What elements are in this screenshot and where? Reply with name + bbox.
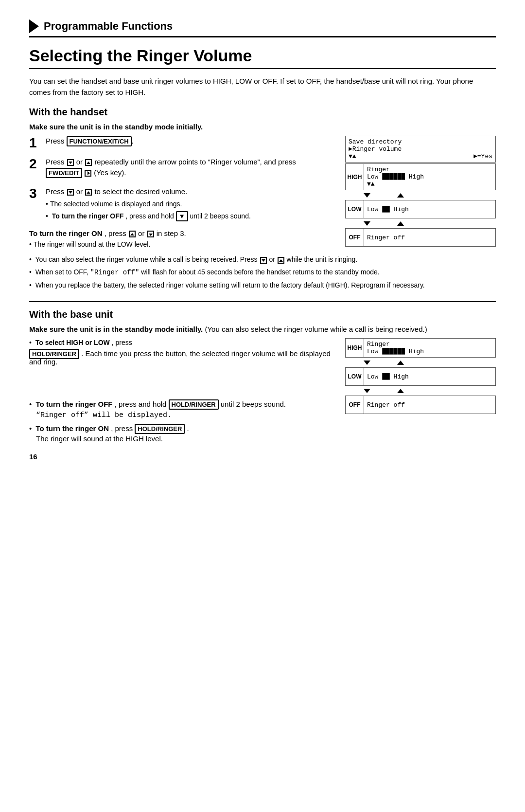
up-icon-b1 — [278, 257, 284, 264]
base-off-label: OFF — [346, 396, 364, 414]
on-para: To turn the ringer ON , press HOLD/RINGE… — [29, 424, 331, 433]
up-diag-arrow — [397, 193, 404, 198]
down-arrow-icon-3 — [147, 231, 154, 237]
base-high-line2: Low ██████ High — [367, 348, 492, 355]
base-low-segment: LOW Low ██ High — [345, 367, 496, 386]
high-line1: Ringer — [367, 166, 492, 173]
intro-text: You can set the handset and base unit ri… — [29, 76, 496, 98]
ringer-off-bold: To turn the ringer OFF — [52, 212, 124, 220]
diagram-header-yes: ►=Yes — [473, 153, 492, 160]
step-2: 2 Press or repeatedly until the arrow po… — [29, 157, 331, 180]
base-standby2: (You can also select the ringer volume w… — [205, 325, 427, 333]
off-bold: To turn the ringer OFF — [35, 400, 112, 408]
high-low-full: HOLD/RINGER . Each time you press the bu… — [29, 349, 331, 366]
on-bold: To turn the ringer ON — [35, 424, 109, 433]
down-diag-arrow — [364, 193, 370, 198]
page-title: Selecting the Ringer Volume — [29, 46, 496, 69]
high-low-para: To select HIGH or LOW , press — [29, 338, 331, 346]
up-arrow-icon-2 — [85, 189, 92, 196]
high-label: HIGH — [346, 164, 364, 190]
off-para: To turn the ringer OFF , press and hold … — [29, 400, 331, 408]
high-line2: Low ██████ High — [367, 173, 492, 180]
step3-desc: to select the desired volume. — [94, 187, 187, 196]
diagram-header-line2: ►Ringer volume — [349, 145, 492, 153]
down-diag-arrow2 — [364, 221, 370, 226]
high-low-rest: , press — [112, 339, 132, 346]
hold-ringer-btn2: HOLD/RINGER — [169, 399, 219, 410]
header-arrow-icon — [29, 19, 39, 33]
on-note: The ringer will sound at the HIGH level. — [36, 434, 331, 443]
header-bar: Programmable Functions — [29, 19, 496, 37]
base-low-line1: Low ██ High — [367, 373, 492, 380]
hold-ringer-btn3: HOLD/RINGER — [135, 424, 185, 434]
step2-yes: (Yes key). — [94, 168, 126, 177]
turn-on-rest: , press — [105, 229, 126, 237]
hold-down-btn: ▼ — [176, 211, 188, 221]
base-vol-arrows1 — [345, 358, 496, 367]
base-off-segment: OFF Ringer off — [345, 396, 496, 414]
high-arrows: ▼▲ — [367, 180, 492, 188]
base-left-col: To select HIGH or LOW , press HOLD/RINGE… — [29, 338, 331, 443]
turn-on-or: or — [138, 229, 144, 237]
base-standby-bold: Make sure the unit is in the standby mod… — [29, 325, 203, 333]
step2-press: Press — [46, 158, 64, 166]
handset-standby-note: Make sure the unit is in the standby mod… — [29, 123, 496, 131]
step-1: 1 Press FUNCTION/EXIT/CH. — [29, 136, 331, 151]
off-line1: Ringer off — [367, 234, 492, 241]
high-segment: HIGH Ringer Low ██████ High ▼▲ — [345, 163, 496, 190]
extra-bullet-1: You can also select the ringer volume wh… — [29, 254, 496, 265]
base-up-arrow — [397, 361, 404, 365]
off-display-mono: “Ringer off” will be displayed. — [36, 411, 172, 419]
up-arrow-icon — [85, 159, 92, 166]
down-arrow-icon — [67, 159, 74, 166]
vol-arrows-between2 — [345, 218, 496, 228]
turn-on-note: To turn the ringer ON , press or in step… — [29, 229, 331, 237]
function-exit-ch-button: FUNCTION/EXIT/CH — [67, 136, 132, 146]
extra-bullet-2: When set to OFF, "Ringer off" will flash… — [29, 267, 496, 278]
diagram-header-line1: Save directory — [349, 138, 492, 145]
off-end: until 2 beeps sound. — [221, 400, 286, 408]
off-label: OFF — [346, 229, 364, 246]
step3-or: or — [76, 187, 83, 196]
step2-or: or — [76, 158, 83, 166]
base-vol-arrows2 — [345, 386, 496, 396]
step-3: 3 Press or to select the desired volume.… — [29, 186, 331, 224]
extra-bullet-3: When you replace the battery, the select… — [29, 280, 496, 291]
step3-bullet1: The selected volume is displayed and rin… — [46, 199, 251, 209]
fwd-edit-button: FWD/EDIT — [46, 168, 82, 178]
right-arrow-icon — [85, 170, 91, 177]
base-high-line1: Ringer — [367, 341, 492, 348]
step1-press: Press — [46, 137, 64, 145]
base-layout: To select HIGH or LOW , press HOLD/RINGE… — [29, 338, 496, 443]
base-high-segment: HIGH Ringer Low ██████ High — [345, 338, 496, 358]
handset-section-heading: With the handset — [29, 107, 496, 118]
off-rest: , press and hold — [115, 400, 167, 408]
on-rest: , press — [111, 424, 133, 433]
high-low-bold: To select HIGH or LOW — [35, 339, 110, 346]
step3-bullet2: To turn the ringer OFF , press and hold … — [46, 211, 251, 221]
base-down-arrow — [364, 361, 370, 365]
ringer-low-note: The ringer will sound at the LOW level. — [29, 240, 331, 248]
handset-extra-bullets: You can also select the ringer volume wh… — [29, 254, 496, 290]
off-display: “Ringer off” will be displayed. — [36, 410, 331, 419]
base-high-label: HIGH — [346, 339, 364, 357]
low-segment: LOW Low ██ High — [345, 200, 496, 218]
down-arrow-icon-2 — [67, 189, 74, 196]
on-end: . — [187, 424, 189, 433]
off-segment: OFF Ringer off — [345, 228, 496, 247]
low-label: LOW — [346, 200, 364, 218]
page-number: 16 — [29, 452, 496, 461]
base-up-arrow2 — [397, 389, 404, 393]
base-standby-note: Make sure the unit is in the standby mod… — [29, 325, 496, 333]
handset-diagram: Save directory ►Ringer volume ▼▲ ►=Yes H… — [345, 136, 496, 250]
vol-arrows-between — [345, 190, 496, 200]
base-low-label: LOW — [346, 368, 364, 385]
base-section-heading: With the base unit — [29, 309, 496, 320]
handset-steps-diagram: 1 Press FUNCTION/EXIT/CH. 2 Press or rep… — [29, 136, 496, 250]
up-arrow-icon-3 — [129, 231, 136, 237]
low-line1: Low ██ High — [367, 206, 492, 213]
ringer-off-rest: , press and hold — [125, 212, 174, 220]
base-off-line1: Ringer off — [367, 401, 492, 409]
ringer-off-mono: "Ringer off" — [90, 269, 140, 276]
section-divider — [29, 301, 496, 302]
